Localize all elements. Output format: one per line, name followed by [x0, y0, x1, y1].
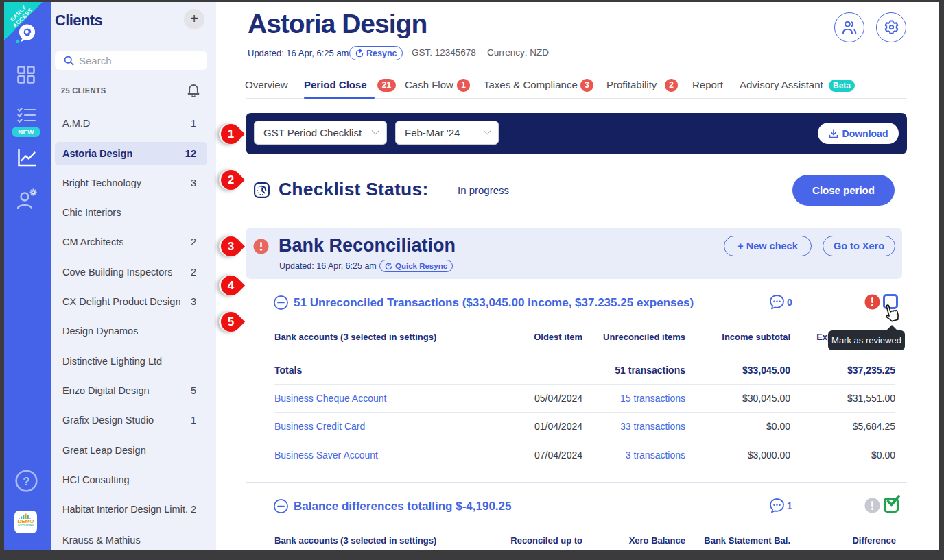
svg-text:?: ? — [23, 475, 30, 488]
